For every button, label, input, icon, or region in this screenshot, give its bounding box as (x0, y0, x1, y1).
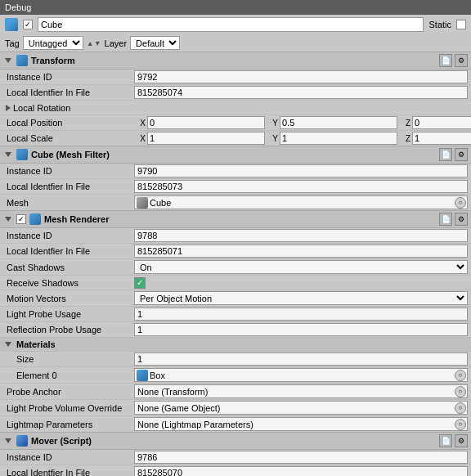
pos-y[interactable] (280, 116, 397, 129)
prop-label: Local Position (3, 118, 134, 128)
materials-header[interactable]: Materials (0, 338, 471, 352)
scale-x[interactable] (147, 132, 265, 145)
element-icon (137, 370, 148, 381)
probe-anchor-field[interactable]: None (Transform) ○ (134, 384, 468, 398)
tag-label: Tag (5, 38, 20, 48)
motion-vectors-select[interactable]: Per Object Motion (134, 291, 468, 305)
prop-label: Local Scale (3, 133, 134, 143)
active-checkbox[interactable] (23, 20, 33, 29)
local-id-input[interactable] (134, 466, 468, 476)
section-mesh-renderer: Mesh Renderer 📄 ⚙ Instance ID Local Iden… (0, 210, 471, 432)
section-mesh-renderer-title: Mesh Renderer (44, 214, 436, 224)
prop-label: Instance ID (3, 72, 134, 82)
scale-z[interactable] (412, 132, 471, 145)
prop-label: Instance ID (3, 452, 134, 462)
instance-id-input[interactable] (134, 451, 468, 464)
circle-btn[interactable]: ○ (455, 419, 466, 430)
expand-icon (6, 105, 11, 111)
prop-instance-id: Instance ID (0, 70, 471, 85)
gear-button[interactable]: ⚙ (455, 54, 468, 67)
section-mesh-filter: Cube (Mesh Filter) 📄 ⚙ Instance ID Local… (0, 146, 471, 210)
prop-mesh: Mesh Cube ○ (0, 195, 471, 210)
prop-label: Probe Anchor (3, 387, 134, 397)
object-name-input[interactable] (38, 17, 424, 32)
pos-z[interactable] (412, 116, 471, 129)
local-id-input[interactable] (134, 86, 468, 99)
tag-layer-bar: Tag Untagged ▲▼ Layer Default (0, 34, 471, 52)
static-label: Static (428, 20, 451, 29)
mesh-renderer-icon (29, 213, 41, 225)
prop-local-id: Local Identfier In File (0, 244, 471, 259)
gear-button[interactable]: ⚙ (455, 434, 468, 447)
prop-label: Size (3, 354, 134, 364)
materials-label: Materials (16, 339, 56, 349)
prop-label: Light Probe Usage (3, 309, 134, 319)
prop-reflection-probe-usage: Reflection Probe Usage (0, 322, 471, 338)
prop-light-probe-usage: Light Probe Usage (0, 307, 471, 322)
lightmap-params-field[interactable]: None (Lightmap Parameters) ○ (134, 417, 468, 431)
prop-label: Local Identfier In File (3, 88, 134, 97)
gear-icon: ⚙ (458, 215, 464, 223)
circle-btn[interactable]: ○ (455, 370, 466, 381)
doc-icon: 📄 (442, 437, 451, 445)
prop-label: Reflection Probe Usage (3, 325, 134, 335)
prop-label: Light Probe Volume Override (3, 403, 134, 413)
prop-lightmap-params: Lightmap Parameters None (Lightmap Param… (0, 416, 471, 432)
section-transform-header[interactable]: Transform 📄 ⚙ (0, 52, 471, 70)
section-mover-title: Mover (Script) (31, 436, 436, 446)
prop-label: Instance ID (3, 231, 134, 240)
local-id-input[interactable] (134, 180, 468, 193)
prop-materials-size: Size (0, 352, 471, 367)
gear-icon: ⚙ (458, 150, 464, 159)
circle-btn[interactable]: ○ (455, 197, 466, 209)
prop-label: Cast Shadows (3, 263, 134, 272)
gear-button[interactable]: ⚙ (455, 148, 468, 161)
tag-select[interactable]: Untagged (23, 36, 83, 50)
receive-shadows-checkbox[interactable] (134, 277, 146, 289)
expand-icon (5, 58, 11, 63)
static-checkbox[interactable] (456, 20, 466, 29)
element-0-field[interactable]: Box ○ (134, 368, 468, 382)
gear-button[interactable]: ⚙ (455, 213, 468, 226)
prop-label: Receive Shadows (3, 278, 134, 288)
circle-btn[interactable]: ○ (455, 386, 466, 397)
section-mesh-renderer-header[interactable]: Mesh Renderer 📄 ⚙ (0, 211, 471, 228)
section-mover-header[interactable]: Mover (Script) 📄 ⚙ (0, 433, 471, 450)
scale-y[interactable] (280, 132, 397, 145)
light-probe-override-field[interactable]: None (Game Object) ○ (134, 401, 468, 415)
doc-button[interactable]: 📄 (439, 54, 452, 67)
section-transform-title: Transform (31, 56, 436, 65)
mesh-value: Cube (150, 198, 455, 208)
mover-script-icon (16, 435, 28, 447)
prop-label: Lightmap Parameters (3, 420, 134, 429)
pos-x[interactable] (147, 116, 265, 129)
local-id-input[interactable] (134, 245, 468, 258)
object-icon (5, 18, 18, 31)
materials-size-input[interactable] (134, 353, 468, 366)
prop-local-rotation: Local Rotation (0, 101, 471, 115)
doc-button[interactable]: 📄 (439, 213, 452, 226)
instance-id-input[interactable] (134, 229, 468, 242)
instance-id-input[interactable] (134, 164, 468, 177)
instance-id-input[interactable] (134, 70, 468, 83)
section-mesh-filter-title: Cube (Mesh Filter) (31, 150, 436, 159)
reflection-probe-input[interactable] (134, 323, 468, 336)
doc-icon: 📄 (442, 150, 451, 159)
section-mesh-filter-header[interactable]: Cube (Mesh Filter) 📄 ⚙ (0, 146, 471, 164)
light-probe-usage-input[interactable] (134, 308, 468, 321)
expand-icon (5, 342, 11, 347)
cast-shadows-select[interactable]: On (134, 260, 468, 274)
layer-select[interactable]: Default (130, 36, 180, 50)
circle-btn[interactable]: ○ (455, 402, 466, 414)
prop-label: Element 0 (3, 370, 134, 380)
top-bar: Static (0, 15, 471, 34)
mesh-obj-field[interactable]: Cube ○ (134, 195, 468, 209)
renderer-checkbox[interactable] (16, 214, 26, 224)
doc-button[interactable]: 📄 (439, 434, 452, 447)
prop-local-id: Local Identfier In File (0, 85, 471, 101)
doc-button[interactable]: 📄 (439, 148, 452, 161)
prop-label: Local Identfier In File (3, 182, 134, 191)
layer-label: Layer (105, 38, 128, 48)
expand-icon (5, 217, 11, 222)
expand-icon (5, 152, 11, 157)
